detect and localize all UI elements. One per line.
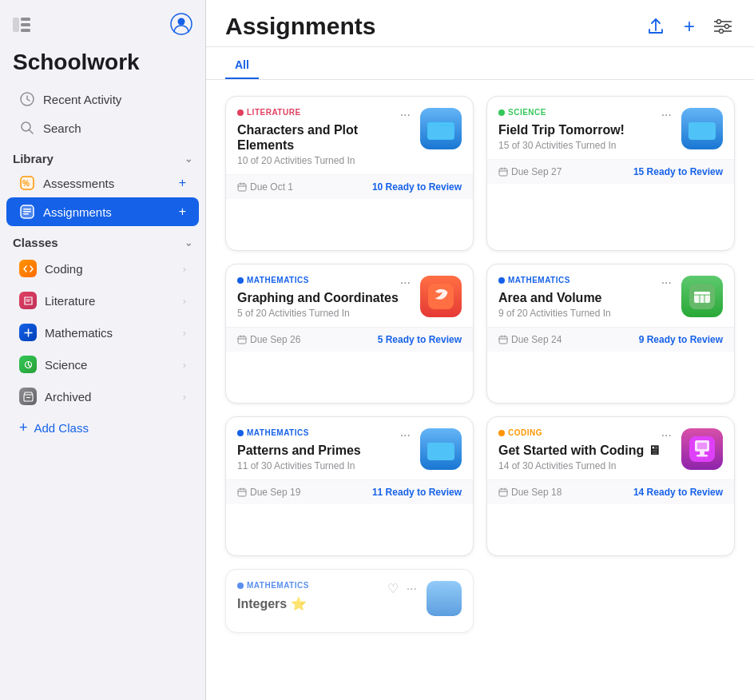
- card-1-activities: 10 of 20 Activities Turned In: [237, 155, 412, 166]
- svg-point-5: [178, 18, 185, 26]
- tab-all[interactable]: All: [225, 54, 259, 79]
- card-1-subject: LITERATURE: [237, 108, 301, 117]
- literature-color-dot: [19, 292, 37, 309]
- add-class-plus-icon: +: [19, 420, 28, 436]
- card-5-footer: Due Sep 19 11 Ready to Review: [226, 479, 473, 504]
- card-6-subject: CODING: [498, 428, 542, 437]
- svg-point-22: [237, 109, 244, 116]
- svg-rect-38: [499, 336, 507, 344]
- svg-point-43: [498, 430, 505, 436]
- card-5-more-button[interactable]: ···: [399, 428, 412, 443]
- card-7-more-button[interactable]: ···: [405, 582, 419, 596]
- assessments-label: Assessments: [43, 177, 114, 190]
- card-3-more-button[interactable]: ···: [399, 276, 412, 290]
- card-1-text: LITERATURE ··· Characters and Plot Eleme…: [237, 108, 412, 166]
- svg-rect-11: [23, 209, 31, 210]
- sidebar-item-literature[interactable]: Literature ›: [6, 284, 199, 316]
- svg-point-50: [237, 583, 244, 589]
- svg-rect-41: [427, 443, 439, 447]
- assignment-card-7: MATHEMATICS ♡ ··· Integers ⭐: [225, 569, 474, 633]
- svg-rect-26: [238, 184, 246, 191]
- profile-icon[interactable]: [170, 13, 192, 40]
- add-class-button[interactable]: + Add Class: [6, 412, 199, 443]
- svg-point-27: [498, 109, 505, 116]
- card-3-footer: Due Sep 26 5 Ready to Review: [226, 327, 473, 352]
- svg-rect-1: [21, 18, 30, 21]
- svg-rect-29: [689, 122, 700, 127]
- svg-rect-46: [700, 451, 704, 455]
- assignment-card-1: LITERATURE ··· Characters and Plot Eleme…: [225, 96, 474, 251]
- clock-icon: [19, 91, 35, 107]
- sidebar-item-archived[interactable]: Archived ›: [6, 380, 199, 412]
- sidebar-item-mathematics[interactable]: Mathematics ›: [6, 316, 199, 348]
- assignment-card-3: MATHEMATICS ··· Graphing and Coordinates…: [225, 264, 474, 404]
- card-5-subject: MATHEMATICS: [237, 428, 309, 437]
- sidebar-toggle-icon[interactable]: [13, 18, 30, 36]
- card-3-review: 5 Ready to Review: [378, 334, 462, 345]
- card-1-more-button[interactable]: ···: [399, 108, 412, 122]
- card-7-subject: MATHEMATICS: [237, 581, 309, 590]
- card-4-due: Due Sep 24: [498, 334, 562, 345]
- archived-label: Archived: [45, 390, 91, 404]
- add-class-label: Add Class: [34, 421, 89, 435]
- coding-chevron-icon: ›: [183, 263, 186, 275]
- card-3-subject: MATHEMATICS: [237, 276, 309, 284]
- sidebar: Schoolwork Recent Activity Search Librar…: [0, 0, 206, 700]
- classes-section-header[interactable]: Classes ⌄: [0, 226, 205, 253]
- card-4-activities: 9 of 20 Activities Turned In: [498, 308, 673, 319]
- card-5-icon: [420, 428, 462, 470]
- card-5-activities: 11 of 30 Activities Turned In: [237, 460, 412, 471]
- sidebar-item-assessments[interactable]: % Assessments +: [6, 169, 199, 197]
- svg-rect-2: [21, 23, 30, 26]
- assignments-label: Assignments: [43, 205, 112, 219]
- library-section-header[interactable]: Library ⌄: [0, 142, 205, 169]
- svg-point-19: [717, 20, 721, 24]
- classes-chevron-icon: ⌄: [185, 237, 192, 249]
- card-4-more-button[interactable]: ···: [660, 276, 673, 290]
- assignments-add-icon[interactable]: +: [179, 205, 186, 219]
- mathematics-label: Mathematics: [45, 326, 113, 340]
- svg-rect-48: [697, 443, 707, 449]
- card-3-icon: [420, 276, 462, 317]
- list-icon: [19, 204, 35, 220]
- card-6-review: 14 Ready to Review: [633, 487, 723, 498]
- assessments-add-icon[interactable]: +: [179, 176, 186, 190]
- card-6-footer: Due Sep 18 14 Ready to Review: [487, 479, 734, 504]
- svg-rect-0: [13, 18, 19, 32]
- card-2-footer: Due Sep 27 15 Ready to Review: [487, 159, 734, 184]
- classes-label: Classes: [13, 236, 58, 249]
- card-6-more-button[interactable]: ···: [660, 428, 673, 443]
- sidebar-item-recent-activity[interactable]: Recent Activity: [6, 85, 199, 113]
- card-2-title: Field Trip Tomorrow!: [498, 122, 673, 137]
- svg-point-21: [720, 30, 724, 34]
- sidebar-item-search[interactable]: Search: [6, 113, 199, 142]
- sidebar-item-assignments[interactable]: Assignments +: [6, 197, 199, 226]
- card-6-activities: 14 of 30 Activities Turned In: [498, 460, 673, 471]
- card-4-review: 9 Ready to Review: [639, 334, 723, 345]
- literature-chevron-icon: ›: [183, 295, 186, 307]
- card-6-due: Due Sep 18: [498, 487, 562, 498]
- library-label: Library: [13, 152, 54, 165]
- share-button[interactable]: [644, 14, 668, 38]
- card-7-icon: [427, 581, 462, 616]
- card-5-review: 11 Ready to Review: [372, 487, 462, 498]
- sidebar-item-coding[interactable]: Coding ›: [6, 253, 199, 284]
- sidebar-item-science[interactable]: Science ›: [6, 348, 199, 380]
- svg-rect-3: [21, 29, 30, 32]
- card-3-activities: 5 of 20 Activities Turned In: [237, 308, 412, 319]
- card-2-more-button[interactable]: ···: [660, 108, 673, 122]
- percent-icon: %: [19, 175, 35, 191]
- coding-color-dot: [19, 260, 37, 277]
- svg-point-31: [237, 277, 244, 284]
- card-3-text: MATHEMATICS ··· Graphing and Coordinates…: [237, 276, 412, 319]
- add-button[interactable]: +: [681, 14, 698, 39]
- card-2-due: Due Sep 27: [498, 166, 562, 177]
- assignment-card-2: SCIENCE ··· Field Trip Tomorrow! 15 of 3…: [486, 96, 735, 251]
- science-color-dot: [19, 356, 37, 373]
- recent-activity-label: Recent Activity: [43, 93, 121, 106]
- card-1-icon: [420, 108, 462, 149]
- page-title: Assignments: [225, 13, 375, 40]
- card-1-footer: Due Oct 1 10 Ready to Review: [226, 174, 473, 199]
- filter-button[interactable]: [711, 16, 735, 37]
- svg-rect-13: [23, 213, 29, 215]
